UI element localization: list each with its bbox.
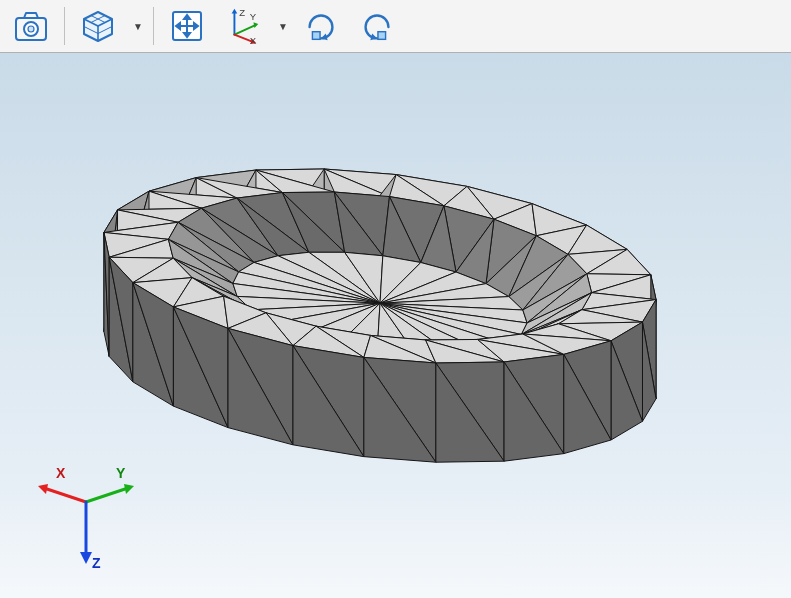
rotate-ccw-button[interactable] <box>350 4 404 48</box>
scene-light-button[interactable] <box>71 4 125 48</box>
triad-label-y: Y <box>116 465 126 481</box>
triad-label-z: Z <box>92 555 101 571</box>
axis-label-z: Z <box>239 7 245 18</box>
screenshot-button[interactable] <box>4 4 58 48</box>
graphics-viewport[interactable]: X Y Z <box>0 53 791 598</box>
svg-rect-23 <box>312 32 320 40</box>
svg-line-28 <box>86 488 128 502</box>
rotate-cw-icon <box>301 6 341 46</box>
axis-orientation-button[interactable]: Z Y X <box>216 4 270 48</box>
toolbar-separator <box>64 7 65 45</box>
orientation-triad: X Y Z <box>26 460 146 580</box>
rotate-ccw-icon <box>357 6 397 46</box>
svg-line-26 <box>44 488 86 502</box>
svg-rect-25 <box>378 32 386 40</box>
axis-orientation-dropdown[interactable]: ▼ <box>274 21 292 32</box>
graphics-toolbar: ▼ <box>0 0 791 53</box>
rotate-cw-button[interactable] <box>294 4 348 48</box>
axis-triad-icon: Z Y X <box>223 6 263 46</box>
svg-point-2 <box>28 26 34 32</box>
toolbar-separator <box>153 7 154 45</box>
triad-label-x: X <box>56 465 66 481</box>
svg-marker-29 <box>124 484 134 494</box>
camera-icon <box>11 6 51 46</box>
axis-label-x: X <box>250 35 257 46</box>
cube-icon <box>78 6 118 46</box>
scene-light-dropdown[interactable]: ▼ <box>129 21 147 32</box>
pan-button[interactable] <box>160 4 214 48</box>
svg-marker-27 <box>38 484 48 494</box>
svg-marker-17 <box>231 9 237 14</box>
svg-marker-19 <box>253 22 258 28</box>
svg-marker-31 <box>80 552 92 564</box>
move-arrows-icon <box>167 6 207 46</box>
app-root: ▼ <box>0 0 791 598</box>
svg-line-18 <box>234 25 255 35</box>
axis-label-y: Y <box>250 11 257 22</box>
